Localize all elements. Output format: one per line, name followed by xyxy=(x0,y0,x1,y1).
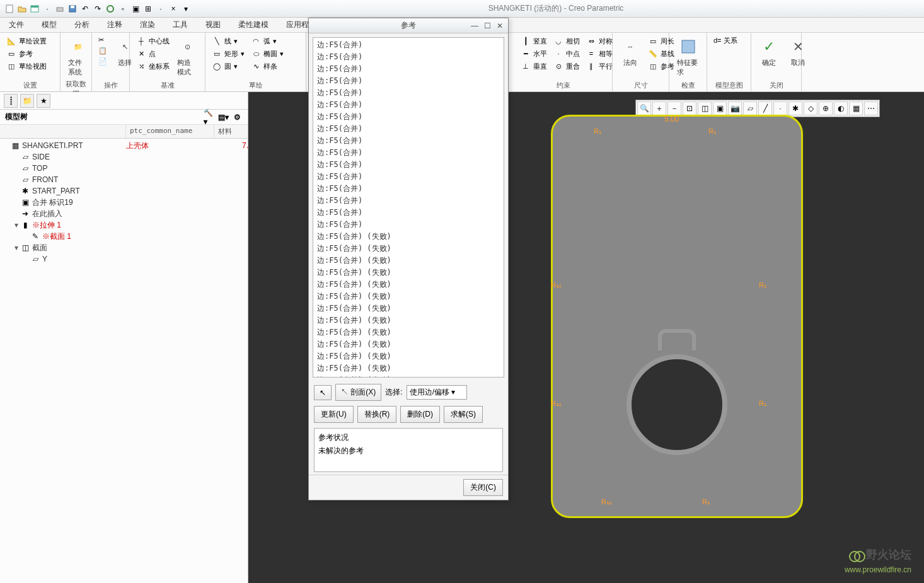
arrow-select-button[interactable]: ↖ xyxy=(314,385,332,400)
list-item[interactable]: 边:F5(合并) (失败) xyxy=(315,255,502,267)
list-item[interactable]: 边:F5(合并) xyxy=(315,135,502,147)
list-item[interactable]: 边:F5(合并) xyxy=(315,39,502,51)
tree-row[interactable]: ▱Y xyxy=(0,253,248,265)
list-item[interactable]: 边:F5(合并) xyxy=(315,111,502,123)
tree-row[interactable]: ✱START_PART xyxy=(0,185,248,197)
tree-tab-2[interactable]: 📁 xyxy=(20,94,34,108)
search-icon[interactable]: × xyxy=(168,3,179,14)
close-button[interactable]: 关闭(C) xyxy=(463,479,503,496)
datum-axis-icon[interactable]: ╱ xyxy=(758,101,772,115)
replace-button[interactable]: 替换(R) xyxy=(357,406,397,423)
csys-display-icon[interactable]: ✱ xyxy=(788,101,802,115)
tree-row[interactable]: ▾▮※拉伸 1 xyxy=(0,219,248,231)
dim-icon[interactable]: ⊞ xyxy=(142,3,154,14)
list-item[interactable]: 边:F5(合并) xyxy=(315,195,502,207)
undo-icon[interactable]: ↶ xyxy=(79,3,91,14)
dimension-value[interactable]: 5.00 xyxy=(664,115,679,124)
zoom-fit-icon[interactable]: 🔍 xyxy=(637,101,651,115)
window-icon[interactable] xyxy=(29,3,40,14)
menu-file[interactable]: 文件 xyxy=(0,18,33,32)
relations[interactable]: d= 关系 xyxy=(712,35,739,46)
centerline[interactable]: ┼中心线 xyxy=(135,35,171,47)
list-item[interactable]: 边:F5(合并) xyxy=(315,207,502,219)
dropdown-icon[interactable]: ▾ xyxy=(180,3,192,14)
file-system[interactable]: 📁文件系统 xyxy=(66,35,91,78)
refit-icon[interactable]: ⊡ xyxy=(683,101,696,115)
csys[interactable]: ⤭坐标系 xyxy=(135,61,171,72)
list-item[interactable]: 边:F5(合并) (失败) xyxy=(315,231,502,243)
construction-mode[interactable]: ⊙构造模式 xyxy=(175,35,200,78)
tool-settings-icon[interactable]: ⚙ xyxy=(231,112,243,123)
list-item[interactable]: 边:F5(合并) (失败) xyxy=(315,374,502,378)
arc-tool[interactable]: ◠弧▾ xyxy=(250,35,285,47)
update-button[interactable]: 更新(U) xyxy=(314,406,354,423)
list-item[interactable]: 边:F5(合并) xyxy=(315,87,502,99)
perspective-icon[interactable]: ▦ xyxy=(849,101,863,115)
new-icon[interactable] xyxy=(4,3,15,14)
normal-dim[interactable]: ↔法向 xyxy=(618,35,643,69)
datum-plane-icon[interactable]: ▱ xyxy=(743,101,757,115)
list-item[interactable]: 边:F5(合并) xyxy=(315,183,502,195)
redo-icon[interactable]: ↷ xyxy=(92,3,103,14)
shade-icon[interactable]: ▣ xyxy=(713,101,727,115)
spin-center-icon[interactable]: ⊕ xyxy=(819,101,833,115)
datum-point-icon[interactable]: · xyxy=(773,101,787,115)
model-tree[interactable]: ▦SHANGKETI.PRT上壳体7.▱SIDE▱TOP▱FRONT✱START… xyxy=(0,139,248,583)
rect-tool[interactable]: ▭矩形▾ xyxy=(211,48,246,59)
tree-tab-3[interactable]: ★ xyxy=(37,94,50,108)
maximize-icon[interactable]: ☐ xyxy=(482,21,493,31)
menu-flex[interactable]: 柔性建模 xyxy=(229,18,277,32)
tree-row[interactable]: ▱FRONT xyxy=(0,174,248,185)
list-item[interactable]: 边:F5(合并) (失败) xyxy=(315,303,502,315)
tree-row[interactable]: ▱SIDE xyxy=(0,151,248,163)
horizontal-const[interactable]: ━水平 xyxy=(519,48,548,59)
parallel-const[interactable]: ∥平行 xyxy=(585,61,614,72)
list-item[interactable]: 边:F5(合并) (失败) xyxy=(315,326,502,338)
midpoint-const[interactable]: ·中点 xyxy=(552,48,581,59)
copy-icon[interactable]: 📋 xyxy=(97,46,108,55)
list-item[interactable]: 边:F5(合并) (失败) xyxy=(315,279,502,291)
feature-req[interactable]: 特征要求 xyxy=(674,35,702,78)
tangent-const[interactable]: ◡相切 xyxy=(552,35,581,47)
tree-row[interactable]: ▦SHANGKETI.PRT上壳体7. xyxy=(0,140,248,151)
spline-tool[interactable]: ∿样条 xyxy=(250,61,285,72)
tree-row[interactable]: ➜在此插入 xyxy=(0,208,248,219)
list-item[interactable]: 边:F5(合并) xyxy=(315,123,502,135)
misc-icon[interactable]: ⋯ xyxy=(864,101,878,115)
menu-analysis[interactable]: 分析 xyxy=(66,18,98,32)
cancel-button[interactable]: ✕取消 xyxy=(785,35,811,69)
dialog-titlebar[interactable]: 参考 — ☐ ✕ xyxy=(309,18,508,33)
menu-render[interactable]: 渲染 xyxy=(131,18,164,32)
list-item[interactable]: 边:F5(合并) xyxy=(315,219,502,231)
list-item[interactable]: 边:F5(合并) (失败) xyxy=(315,338,502,350)
windows-icon[interactable]: ▣ xyxy=(130,3,141,14)
list-item[interactable]: 边:F5(合并) (失败) xyxy=(315,267,502,279)
coincident-const[interactable]: ⊙重合 xyxy=(552,61,581,72)
cut-icon[interactable]: ✂ xyxy=(97,35,108,45)
tool-hammer-icon[interactable]: 🔨▾ xyxy=(204,112,215,123)
section-button[interactable]: ↖ 剖面(X) xyxy=(335,384,381,401)
close-icon[interactable]: ✕ xyxy=(494,21,505,31)
list-item[interactable]: 边:F5(合并) (失败) xyxy=(315,350,502,362)
vertical-const[interactable]: ┃竖直 xyxy=(519,35,548,47)
print-icon[interactable] xyxy=(54,3,66,14)
tree-row[interactable]: ▱TOP xyxy=(0,163,248,174)
tree-row[interactable]: ✎※截面 1 xyxy=(0,231,248,242)
reference-list[interactable]: 边:F5(合并)边:F5(合并)边:F5(合并)边:F5(合并)边:F5(合并)… xyxy=(313,37,504,378)
paste-icon[interactable]: 📄 xyxy=(97,57,108,66)
list-item[interactable]: 边:F5(合并) xyxy=(315,99,502,111)
list-item[interactable]: 边:F5(合并) (失败) xyxy=(315,315,502,326)
list-item[interactable]: 边:F5(合并) xyxy=(315,63,502,75)
menu-annotate[interactable]: 注释 xyxy=(98,18,131,32)
references[interactable]: ▭参考 xyxy=(5,48,48,59)
menu-tools[interactable]: 工具 xyxy=(164,18,197,32)
minimize-icon[interactable]: — xyxy=(469,21,480,31)
tree-row[interactable]: ▾◫截面 xyxy=(0,242,248,253)
save-icon[interactable] xyxy=(67,3,78,14)
zoom-out-icon[interactable]: － xyxy=(667,101,681,115)
list-item[interactable]: 边:F5(合并) xyxy=(315,147,502,159)
menu-model[interactable]: 模型 xyxy=(33,18,66,32)
annot-icon[interactable]: ◇ xyxy=(804,101,817,115)
point[interactable]: ✕点 xyxy=(135,48,171,59)
close-windows-icon[interactable]: ▫ xyxy=(117,3,129,14)
